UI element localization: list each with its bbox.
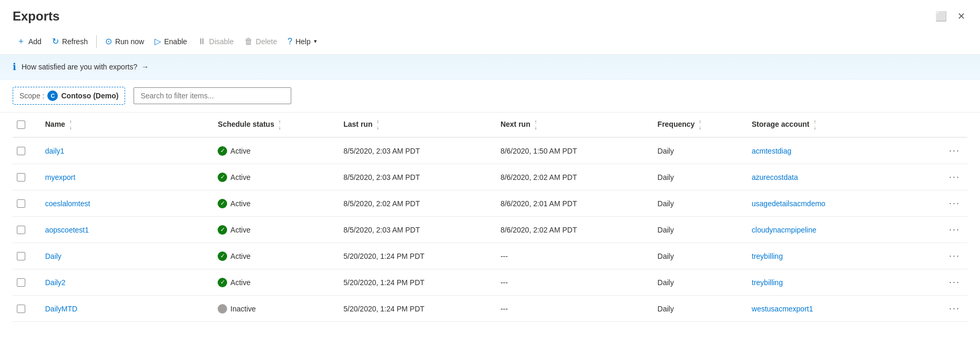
row-status: ✓ Active [213,137,339,164]
row-name: myexport [41,164,214,190]
header-icons: ⬜ ✕ [933,8,967,24]
more-actions-button[interactable]: ··· [946,144,963,157]
scope-prefix: Scope : [19,92,44,100]
export-name-link[interactable]: daily1 [45,147,65,155]
table-row: DailyMTD Inactive 5/20/2020, 1:24 PM PDT… [13,296,967,322]
export-name-link[interactable]: aopscoetest1 [45,226,89,234]
row-lastrun: 5/20/2020, 1:24 PM PDT [339,269,496,296]
col-header-storage: Storage account ↑↓ [748,113,921,137]
sort-name-icon[interactable]: ↑↓ [69,119,72,130]
status-label: Active [230,199,250,208]
storage-link[interactable]: cloudynacmpipeline [752,226,816,234]
export-name-link[interactable]: DailyMTD [45,305,77,313]
row-checkbox[interactable] [17,199,25,208]
row-storage: treybilling [748,269,921,296]
sort-lastrun-icon[interactable]: ↑↓ [376,119,379,130]
info-banner: ℹ How satisfied are you with exports? → [0,55,980,79]
table-row: coeslalomtest ✓ Active 8/5/2020, 2:02 AM… [13,190,967,217]
row-frequency: Daily [654,217,748,243]
more-actions-button[interactable]: ··· [946,223,963,236]
restore-window-button[interactable]: ⬜ [933,8,949,24]
row-checkbox[interactable] [17,147,25,155]
row-checkbox[interactable] [17,305,25,313]
help-label: Help [295,37,311,46]
storage-link[interactable]: azurecostdata [752,173,798,182]
search-input[interactable] [134,87,291,104]
enable-button[interactable]: ▷ Enable [150,33,191,49]
row-lastrun: 8/5/2020, 2:03 AM PDT [339,164,496,190]
table-row: Daily ✓ Active 5/20/2020, 1:24 PM PDT --… [13,243,967,269]
storage-link[interactable]: usagedetailsacmdemo [752,199,825,208]
disable-icon: ⏸ [198,37,206,46]
help-button[interactable]: ? Help ▾ [283,34,321,49]
status-label: Inactive [230,305,256,313]
row-status: ✓ Active [213,243,339,269]
row-lastrun: 8/5/2020, 2:03 AM PDT [339,137,496,164]
row-storage: cloudynacmpipeline [748,217,921,243]
more-actions-button[interactable]: ··· [946,197,963,210]
status-label: Active [230,226,250,234]
row-name: Daily2 [41,269,214,296]
row-checkbox[interactable] [17,226,25,234]
info-banner-arrow[interactable]: → [141,63,149,71]
select-all-checkbox[interactable] [17,120,25,129]
export-name-link[interactable]: Daily2 [45,278,66,287]
status-icon: ✓ [218,146,227,156]
table-container: Name ↑↓ Schedule status ↑↓ Last run ↑↓ N… [0,113,980,322]
sort-freq-icon[interactable]: ↑↓ [699,119,701,130]
export-name-link[interactable]: Daily [45,252,62,260]
more-actions-button[interactable]: ··· [946,170,963,184]
status-icon [218,304,227,314]
row-lastrun: 8/5/2020, 2:02 AM PDT [339,190,496,217]
sort-nextrun-icon[interactable]: ↑↓ [535,119,537,130]
enable-label: Enable [164,37,187,46]
enable-icon: ▷ [155,36,161,46]
run-now-label: Run now [115,37,144,46]
export-name-link[interactable]: myexport [45,173,76,182]
delete-icon: 🗑 [244,37,253,46]
row-status: ✓ Active [213,217,339,243]
row-checkbox-cell [13,190,41,217]
refresh-button[interactable]: ↻ Refresh [48,33,92,49]
row-frequency: Daily [654,164,748,190]
run-now-button[interactable]: ⊙ Run now [101,33,148,49]
add-button[interactable]: ＋ Add [13,33,46,50]
row-checkbox[interactable] [17,252,25,260]
row-status: Inactive [213,296,339,322]
disable-button[interactable]: ⏸ Disable [193,34,238,49]
close-button[interactable]: ✕ [955,8,967,24]
row-frequency: Daily [654,269,748,296]
row-status: ✓ Active [213,269,339,296]
storage-link[interactable]: acmtestdiag [752,147,791,155]
sort-storage-icon[interactable]: ↑↓ [813,119,816,130]
row-storage: acmtestdiag [748,137,921,164]
info-icon: ℹ [13,61,16,73]
row-actions: ··· [920,190,967,217]
row-storage: usagedetailsacmdemo [748,190,921,217]
row-checkbox-cell [13,164,41,190]
row-checkbox[interactable] [17,173,25,182]
scope-selector[interactable]: Scope : C Contoso (Demo) [13,87,125,105]
row-frequency: Daily [654,243,748,269]
storage-link[interactable]: treybilling [752,278,783,287]
select-all-header [13,113,41,137]
scope-name: Contoso (Demo) [61,92,118,100]
storage-link[interactable]: treybilling [752,252,783,260]
status-label: Active [230,173,250,182]
row-actions: ··· [920,137,967,164]
status-icon: ✓ [218,278,227,287]
row-checkbox[interactable] [17,278,25,287]
sort-status-icon[interactable]: ↑↓ [279,119,281,130]
help-chevron-icon: ▾ [314,38,317,45]
col-header-name: Name ↑↓ [41,113,214,137]
row-nextrun: --- [496,243,654,269]
storage-link[interactable]: westusacmexport1 [752,305,813,313]
export-name-link[interactable]: coeslalomtest [45,199,90,208]
row-actions: ··· [920,243,967,269]
more-actions-button[interactable]: ··· [946,276,963,289]
status-label: Active [230,252,250,260]
more-actions-button[interactable]: ··· [946,249,963,263]
more-actions-button[interactable]: ··· [946,302,963,315]
delete-button[interactable]: 🗑 Delete [240,34,281,49]
help-icon: ? [288,37,292,46]
